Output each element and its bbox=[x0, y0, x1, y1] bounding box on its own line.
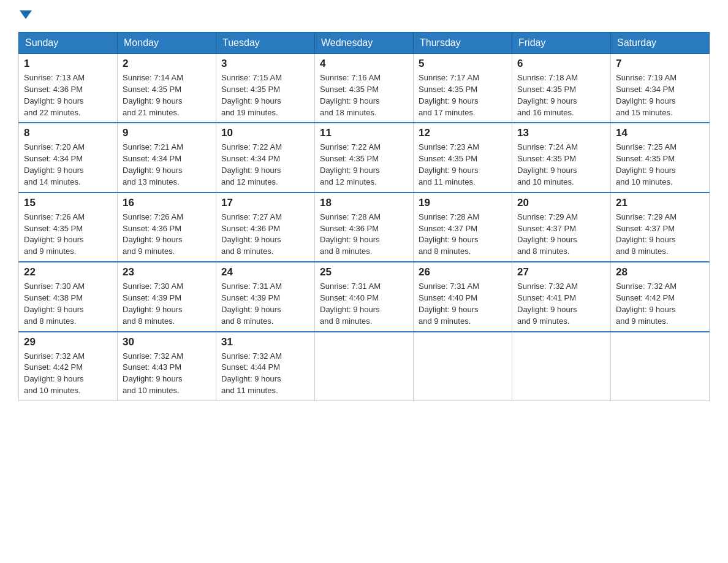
calendar-cell bbox=[611, 332, 710, 401]
calendar-cell: 31Sunrise: 7:32 AMSunset: 4:44 PMDayligh… bbox=[216, 332, 315, 401]
week-row-4: 22Sunrise: 7:30 AMSunset: 4:38 PMDayligh… bbox=[19, 262, 710, 331]
day-info: Sunrise: 7:28 AMSunset: 4:36 PMDaylight:… bbox=[320, 212, 408, 258]
calendar-cell: 23Sunrise: 7:30 AMSunset: 4:39 PMDayligh… bbox=[118, 262, 216, 331]
day-number: 9 bbox=[123, 127, 211, 139]
calendar-cell: 29Sunrise: 7:32 AMSunset: 4:42 PMDayligh… bbox=[19, 332, 118, 401]
day-number: 17 bbox=[221, 197, 309, 209]
day-number: 2 bbox=[123, 58, 211, 70]
calendar-cell: 1Sunrise: 7:13 AMSunset: 4:36 PMDaylight… bbox=[19, 54, 118, 123]
calendar-cell: 4Sunrise: 7:16 AMSunset: 4:35 PMDaylight… bbox=[315, 54, 414, 123]
logo bbox=[18, 12, 32, 21]
calendar-cell: 30Sunrise: 7:32 AMSunset: 4:43 PMDayligh… bbox=[118, 332, 216, 401]
page-header bbox=[18, 12, 710, 21]
calendar-cell: 16Sunrise: 7:26 AMSunset: 4:36 PMDayligh… bbox=[118, 193, 216, 262]
day-info: Sunrise: 7:23 AMSunset: 4:35 PMDaylight:… bbox=[419, 142, 507, 188]
calendar-cell bbox=[315, 332, 414, 401]
calendar-cell: 2Sunrise: 7:14 AMSunset: 4:35 PMDaylight… bbox=[118, 54, 216, 123]
day-info: Sunrise: 7:22 AMSunset: 4:35 PMDaylight:… bbox=[320, 142, 408, 188]
calendar-cell bbox=[512, 332, 611, 401]
day-number: 4 bbox=[320, 58, 408, 70]
day-number: 21 bbox=[616, 197, 704, 209]
calendar-cell: 12Sunrise: 7:23 AMSunset: 4:35 PMDayligh… bbox=[414, 123, 512, 192]
calendar-cell bbox=[414, 332, 512, 401]
calendar-cell: 9Sunrise: 7:21 AMSunset: 4:34 PMDaylight… bbox=[118, 123, 216, 192]
day-info: Sunrise: 7:31 AMSunset: 4:39 PMDaylight:… bbox=[221, 281, 309, 327]
day-number: 30 bbox=[123, 336, 211, 348]
day-info: Sunrise: 7:24 AMSunset: 4:35 PMDaylight:… bbox=[517, 142, 605, 188]
day-info: Sunrise: 7:15 AMSunset: 4:35 PMDaylight:… bbox=[221, 72, 309, 118]
calendar-cell: 17Sunrise: 7:27 AMSunset: 4:36 PMDayligh… bbox=[216, 193, 315, 262]
day-info: Sunrise: 7:32 AMSunset: 4:42 PMDaylight:… bbox=[24, 351, 112, 397]
day-info: Sunrise: 7:32 AMSunset: 4:44 PMDaylight:… bbox=[221, 351, 309, 397]
calendar-cell: 21Sunrise: 7:29 AMSunset: 4:37 PMDayligh… bbox=[611, 193, 710, 262]
day-info: Sunrise: 7:29 AMSunset: 4:37 PMDaylight:… bbox=[517, 212, 605, 258]
day-info: Sunrise: 7:17 AMSunset: 4:35 PMDaylight:… bbox=[419, 72, 507, 118]
weekday-header-monday: Monday bbox=[118, 33, 216, 54]
calendar-cell: 22Sunrise: 7:30 AMSunset: 4:38 PMDayligh… bbox=[19, 262, 118, 331]
calendar-cell: 25Sunrise: 7:31 AMSunset: 4:40 PMDayligh… bbox=[315, 262, 414, 331]
day-number: 23 bbox=[123, 266, 211, 278]
day-info: Sunrise: 7:28 AMSunset: 4:37 PMDaylight:… bbox=[419, 212, 507, 258]
calendar-cell: 19Sunrise: 7:28 AMSunset: 4:37 PMDayligh… bbox=[414, 193, 512, 262]
day-info: Sunrise: 7:29 AMSunset: 4:37 PMDaylight:… bbox=[616, 212, 704, 258]
day-info: Sunrise: 7:14 AMSunset: 4:35 PMDaylight:… bbox=[123, 72, 211, 118]
day-number: 13 bbox=[517, 127, 605, 139]
day-number: 8 bbox=[24, 127, 112, 139]
day-number: 6 bbox=[517, 58, 605, 70]
week-row-1: 1Sunrise: 7:13 AMSunset: 4:36 PMDaylight… bbox=[19, 54, 710, 123]
calendar-cell: 15Sunrise: 7:26 AMSunset: 4:35 PMDayligh… bbox=[19, 193, 118, 262]
calendar-cell: 3Sunrise: 7:15 AMSunset: 4:35 PMDaylight… bbox=[216, 54, 315, 123]
day-number: 29 bbox=[24, 336, 112, 348]
day-info: Sunrise: 7:25 AMSunset: 4:35 PMDaylight:… bbox=[616, 142, 704, 188]
day-number: 1 bbox=[24, 58, 112, 70]
day-number: 16 bbox=[123, 197, 211, 209]
calendar-cell: 20Sunrise: 7:29 AMSunset: 4:37 PMDayligh… bbox=[512, 193, 611, 262]
day-number: 14 bbox=[616, 127, 704, 139]
weekday-header-friday: Friday bbox=[512, 33, 611, 54]
calendar-cell: 27Sunrise: 7:32 AMSunset: 4:41 PMDayligh… bbox=[512, 262, 611, 331]
day-info: Sunrise: 7:26 AMSunset: 4:36 PMDaylight:… bbox=[123, 212, 211, 258]
day-number: 25 bbox=[320, 266, 408, 278]
week-row-3: 15Sunrise: 7:26 AMSunset: 4:35 PMDayligh… bbox=[19, 193, 710, 262]
calendar-cell: 14Sunrise: 7:25 AMSunset: 4:35 PMDayligh… bbox=[611, 123, 710, 192]
day-number: 22 bbox=[24, 266, 112, 278]
day-number: 15 bbox=[24, 197, 112, 209]
day-info: Sunrise: 7:13 AMSunset: 4:36 PMDaylight:… bbox=[24, 72, 112, 118]
calendar-cell: 11Sunrise: 7:22 AMSunset: 4:35 PMDayligh… bbox=[315, 123, 414, 192]
day-info: Sunrise: 7:20 AMSunset: 4:34 PMDaylight:… bbox=[24, 142, 112, 188]
day-info: Sunrise: 7:30 AMSunset: 4:38 PMDaylight:… bbox=[24, 281, 112, 327]
day-info: Sunrise: 7:19 AMSunset: 4:34 PMDaylight:… bbox=[616, 72, 704, 118]
calendar-cell: 10Sunrise: 7:22 AMSunset: 4:34 PMDayligh… bbox=[216, 123, 315, 192]
calendar-cell: 8Sunrise: 7:20 AMSunset: 4:34 PMDaylight… bbox=[19, 123, 118, 192]
day-number: 24 bbox=[221, 266, 309, 278]
day-number: 12 bbox=[419, 127, 507, 139]
day-number: 19 bbox=[419, 197, 507, 209]
day-info: Sunrise: 7:32 AMSunset: 4:43 PMDaylight:… bbox=[123, 351, 211, 397]
day-info: Sunrise: 7:31 AMSunset: 4:40 PMDaylight:… bbox=[419, 281, 507, 327]
day-info: Sunrise: 7:22 AMSunset: 4:34 PMDaylight:… bbox=[221, 142, 309, 188]
day-info: Sunrise: 7:30 AMSunset: 4:39 PMDaylight:… bbox=[123, 281, 211, 327]
week-row-5: 29Sunrise: 7:32 AMSunset: 4:42 PMDayligh… bbox=[19, 332, 710, 401]
day-info: Sunrise: 7:21 AMSunset: 4:34 PMDaylight:… bbox=[123, 142, 211, 188]
day-number: 5 bbox=[419, 58, 507, 70]
day-number: 7 bbox=[616, 58, 704, 70]
day-number: 26 bbox=[419, 266, 507, 278]
calendar-cell: 6Sunrise: 7:18 AMSunset: 4:35 PMDaylight… bbox=[512, 54, 611, 123]
calendar-cell: 18Sunrise: 7:28 AMSunset: 4:36 PMDayligh… bbox=[315, 193, 414, 262]
weekday-header-row: SundayMondayTuesdayWednesdayThursdayFrid… bbox=[19, 33, 710, 54]
day-info: Sunrise: 7:32 AMSunset: 4:41 PMDaylight:… bbox=[517, 281, 605, 327]
day-info: Sunrise: 7:16 AMSunset: 4:35 PMDaylight:… bbox=[320, 72, 408, 118]
calendar-cell: 28Sunrise: 7:32 AMSunset: 4:42 PMDayligh… bbox=[611, 262, 710, 331]
day-number: 11 bbox=[320, 127, 408, 139]
calendar-cell: 26Sunrise: 7:31 AMSunset: 4:40 PMDayligh… bbox=[414, 262, 512, 331]
day-number: 20 bbox=[517, 197, 605, 209]
calendar-cell: 5Sunrise: 7:17 AMSunset: 4:35 PMDaylight… bbox=[414, 54, 512, 123]
day-number: 27 bbox=[517, 266, 605, 278]
calendar-cell: 24Sunrise: 7:31 AMSunset: 4:39 PMDayligh… bbox=[216, 262, 315, 331]
day-number: 10 bbox=[221, 127, 309, 139]
calendar-table: SundayMondayTuesdayWednesdayThursdayFrid… bbox=[18, 32, 710, 401]
day-number: 28 bbox=[616, 266, 704, 278]
day-number: 31 bbox=[221, 336, 309, 348]
weekday-header-saturday: Saturday bbox=[611, 33, 710, 54]
day-info: Sunrise: 7:26 AMSunset: 4:35 PMDaylight:… bbox=[24, 212, 112, 258]
